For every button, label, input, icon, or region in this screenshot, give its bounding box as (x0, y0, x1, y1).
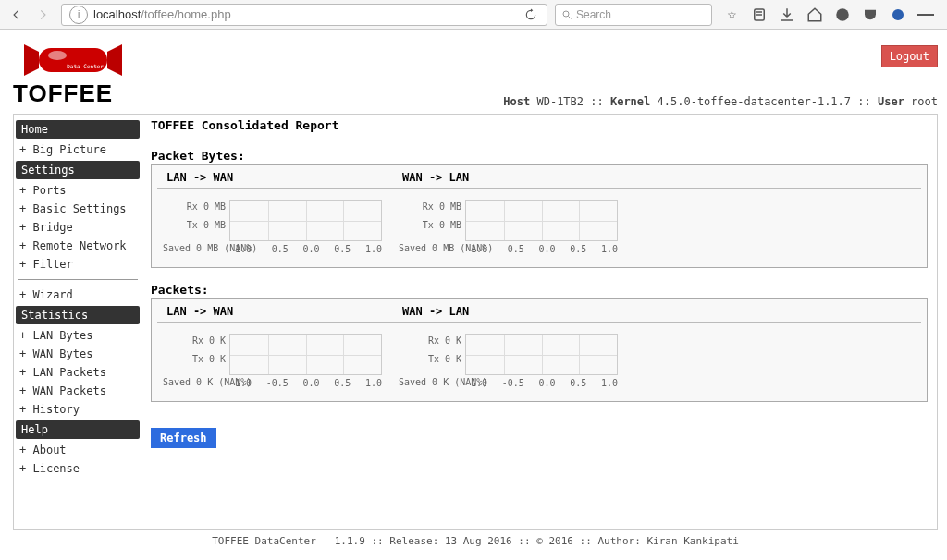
smiley-icon[interactable] (834, 6, 851, 23)
svg-point-0 (563, 11, 569, 17)
sidebar-item-lan-packets[interactable]: LAN Packets (16, 363, 140, 382)
packets-chartbox: LAN -> WAN WAN -> LAN Rx 0 K Tx 0 K Save… (151, 298, 928, 402)
logo: Data-Center TOFFEE (13, 37, 133, 108)
download-icon[interactable] (779, 6, 795, 23)
host-value: WD-1TB2 (536, 95, 584, 108)
pk-lw-xticks: -1.0-0.50.00.51.0 (229, 378, 382, 388)
logout-button[interactable]: Logout (881, 45, 938, 67)
sidebar-head-statistics[interactable]: Statistics (16, 306, 140, 324)
sidebar-item-basic-settings[interactable]: Basic Settings (16, 200, 140, 218)
sidebar-item-ports[interactable]: Ports (16, 181, 140, 200)
pk-wl-rx: Rx 0 K (399, 335, 461, 346)
chart-pb-wanlan: Rx 0 MB Tx 0 MB Saved 0 MB (NAN%) -1.0-0… (399, 192, 629, 262)
sidebar-head-home[interactable]: Home (16, 120, 140, 139)
hamburger-menu-icon[interactable] (917, 6, 934, 23)
pk-wl-xticks: -1.0-0.50.00.51.0 (465, 378, 618, 388)
host-label: Host (503, 95, 530, 108)
reload-icon (524, 8, 537, 21)
forward-button[interactable] (31, 4, 54, 26)
chart-pb-lanwan: Rx 0 MB Tx 0 MB Saved 0 MB (NAN%) -1.0-0… (163, 192, 393, 262)
pk-head-wanlan: WAN -> LAN (393, 305, 629, 318)
sidebar-item-wizard[interactable]: Wizard (16, 286, 140, 304)
url-host: localhost (93, 7, 141, 21)
chart-pk-lanwan: Rx 0 K Tx 0 K Saved 0 K (NAN%) -1.0-0.50… (163, 326, 393, 396)
search-icon (561, 9, 572, 20)
kernel-label: Kernel (610, 95, 650, 108)
pk-lw-rx: Rx 0 K (163, 335, 226, 346)
sidebar-item-about[interactable]: About (16, 441, 140, 459)
arrow-right-icon (36, 8, 49, 21)
bookmark-star-icon[interactable]: ☆ (723, 6, 740, 23)
content: TOFFEE Consolidated Report Packet Bytes:… (141, 115, 937, 529)
sidebar: Home Big Picture Settings Ports Basic Se… (14, 115, 141, 529)
kernel-value: 4.5.0-toffee-datacenter-1.1.7 (658, 95, 852, 108)
back-button[interactable] (6, 4, 28, 26)
pb-wl-xticks: -1.0-0.50.00.51.0 (465, 244, 618, 254)
pk-wl-tx: Tx 0 K (399, 354, 461, 364)
library-icon[interactable] (751, 6, 768, 23)
toffee-candy-icon: Data-Center (13, 37, 133, 83)
reload-button[interactable] (521, 8, 541, 21)
pb-lw-xticks: -1.0-0.50.00.51.0 (229, 244, 382, 254)
pk-head-lanwan: LAN -> WAN (157, 305, 393, 318)
sidebar-item-filter[interactable]: Filter (16, 255, 140, 274)
logo-tag: Data-Center (67, 63, 104, 69)
arrow-left-icon (10, 8, 23, 21)
sidebar-item-lan-bytes[interactable]: LAN Bytes (16, 326, 140, 345)
pocket-icon[interactable] (862, 6, 879, 23)
svg-line-1 (569, 16, 572, 18)
sidebar-item-license[interactable]: License (16, 459, 140, 478)
svg-point-6 (892, 9, 904, 20)
site-info-icon[interactable]: i (69, 6, 88, 24)
user-label: User (878, 95, 904, 108)
page-title: TOFFEE Consolidated Report (151, 118, 928, 132)
url-bar[interactable]: i localhost/toffee/home.php (61, 4, 547, 26)
sidebar-item-big-picture[interactable]: Big Picture (16, 140, 140, 159)
refresh-button[interactable]: Refresh (151, 428, 216, 448)
pb-lw-tx: Tx 0 MB (163, 220, 226, 230)
logo-text: TOFFEE (13, 79, 133, 108)
sidebar-item-history[interactable]: History (16, 400, 140, 419)
sidebar-head-settings[interactable]: Settings (16, 161, 140, 179)
search-placeholder: Search (576, 8, 611, 21)
chart-pk-wanlan: Rx 0 K Tx 0 K Saved 0 K (NAN%) -1.0-0.50… (399, 326, 629, 396)
pb-lw-rx: Rx 0 MB (163, 201, 226, 212)
pb-head-lanwan: LAN -> WAN (157, 171, 393, 184)
sidebar-item-remote-network[interactable]: Remote Network (16, 237, 140, 255)
user-value: root (911, 95, 938, 108)
pb-wl-tx: Tx 0 MB (399, 220, 461, 230)
sidebar-item-bridge[interactable]: Bridge (16, 218, 140, 237)
pk-lw-tx: Tx 0 K (163, 354, 226, 364)
section-packets-label: Packets: (151, 283, 928, 297)
sidebar-head-help[interactable]: Help (16, 420, 140, 439)
section-packet-bytes-label: Packet Bytes: (151, 149, 928, 163)
svg-point-5 (836, 8, 849, 21)
pb-head-wanlan: WAN -> LAN (393, 171, 629, 184)
footer: TOFFEE-DataCenter - 1.1.9 :: Release: 13… (13, 535, 938, 547)
sidebar-separator (18, 279, 138, 280)
browser-toolbar: i localhost/toffee/home.php Search ☆ (0, 0, 947, 30)
pb-wl-rx: Rx 0 MB (399, 201, 461, 212)
host-line: Host WD-1TB2 :: Kernel 4.5.0-toffee-data… (503, 95, 938, 108)
home-icon[interactable] (806, 6, 823, 23)
url-path: /toffee/home.php (141, 7, 230, 21)
sidebar-item-wan-packets[interactable]: WAN Packets (16, 382, 140, 400)
packet-bytes-chartbox: LAN -> WAN WAN -> LAN Rx 0 MB Tx 0 MB Sa… (151, 164, 928, 268)
svg-point-8 (48, 51, 67, 60)
globe-icon[interactable] (890, 6, 906, 23)
sidebar-item-wan-bytes[interactable]: WAN Bytes (16, 345, 140, 363)
search-bar[interactable]: Search (555, 4, 712, 26)
